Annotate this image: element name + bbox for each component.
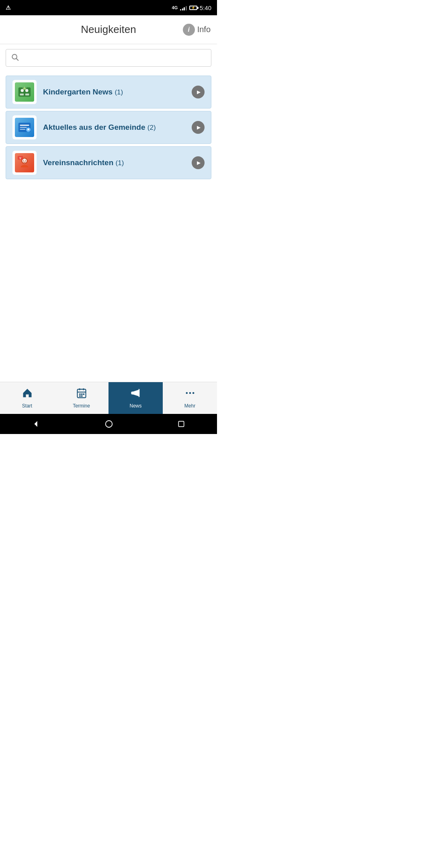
svg-rect-5 bbox=[20, 94, 24, 96]
system-navigation bbox=[0, 414, 217, 434]
item-arrow-vereins[interactable] bbox=[192, 156, 205, 169]
nav-label-start: Start bbox=[22, 403, 32, 409]
status-bar: ⚠ 4G ⚡ 5:40 bbox=[0, 0, 217, 15]
item-text-vereins: Vereinsnachrichten (1) bbox=[43, 158, 192, 167]
signal-bar-4 bbox=[186, 6, 187, 10]
more-icon bbox=[184, 387, 196, 401]
svg-rect-10 bbox=[20, 127, 27, 128]
page-title: Neuigkeiten bbox=[81, 23, 136, 36]
list-item-aktuelles[interactable]: Aktuelles aus der Gemeinde (2) bbox=[6, 111, 211, 144]
warning-icon: ⚠ bbox=[6, 4, 11, 11]
nav-item-mehr[interactable]: Mehr bbox=[163, 382, 217, 414]
svg-rect-9 bbox=[20, 125, 29, 126]
item-icon-kindergarten bbox=[12, 80, 37, 104]
battery-icon: ⚡ bbox=[189, 6, 197, 10]
item-title-kindergarten: Kindergarten News (1) bbox=[43, 88, 123, 96]
item-arrow-kindergarten[interactable] bbox=[192, 86, 205, 98]
back-button[interactable] bbox=[32, 420, 41, 428]
content-area: Kindergarten News (1) A bbox=[0, 72, 217, 382]
nav-item-news[interactable]: News bbox=[108, 382, 163, 414]
recents-button[interactable] bbox=[177, 420, 185, 428]
signal-bar-1 bbox=[180, 9, 181, 10]
svg-text:V: V bbox=[19, 157, 21, 160]
signal-bar-2 bbox=[182, 8, 183, 10]
svg-rect-11 bbox=[20, 129, 25, 130]
svg-rect-24 bbox=[79, 393, 81, 395]
svg-point-4 bbox=[25, 89, 29, 92]
svg-point-30 bbox=[186, 392, 188, 394]
calendar-icon bbox=[76, 387, 87, 401]
svg-rect-6 bbox=[25, 94, 29, 96]
search-input[interactable] bbox=[23, 54, 206, 61]
svg-point-31 bbox=[189, 392, 191, 394]
status-time: 5:40 bbox=[200, 4, 211, 11]
svg-rect-27 bbox=[79, 395, 81, 397]
network-label: 4G bbox=[172, 5, 178, 10]
nav-label-termine: Termine bbox=[73, 403, 90, 409]
nav-item-termine[interactable]: Termine bbox=[54, 382, 108, 414]
svg-point-32 bbox=[192, 392, 194, 394]
item-icon-vereins: V bbox=[12, 151, 37, 175]
svg-point-3 bbox=[21, 89, 24, 92]
svg-marker-33 bbox=[35, 421, 37, 427]
signal-bar-3 bbox=[184, 7, 185, 10]
aktuelles-icon bbox=[15, 118, 34, 137]
battery-bolt: ⚡ bbox=[191, 6, 195, 10]
svg-rect-35 bbox=[178, 421, 184, 426]
app-header: Neuigkeiten i Info bbox=[0, 15, 217, 44]
info-label: Info bbox=[197, 25, 211, 34]
nav-label-mehr: Mehr bbox=[184, 403, 195, 409]
vereins-icon: V bbox=[15, 153, 34, 172]
kindergarten-icon bbox=[15, 82, 34, 102]
signal-bars bbox=[180, 5, 187, 10]
item-count-vereins: (1) bbox=[116, 159, 124, 167]
svg-point-17 bbox=[25, 160, 26, 161]
search-bar[interactable] bbox=[6, 49, 211, 67]
info-icon: i bbox=[183, 24, 195, 36]
battery-body: ⚡ bbox=[189, 6, 197, 10]
svg-rect-28 bbox=[81, 395, 82, 397]
nav-label-news: News bbox=[129, 403, 141, 409]
item-text-aktuelles: Aktuelles aus der Gemeinde (2) bbox=[43, 123, 192, 132]
item-arrow-aktuelles[interactable] bbox=[192, 121, 205, 134]
svg-line-1 bbox=[16, 58, 18, 60]
item-text-kindergarten: Kindergarten News (1) bbox=[43, 88, 192, 96]
item-title-vereins: Vereinsnachrichten (1) bbox=[43, 158, 124, 167]
item-count-aktuelles: (2) bbox=[147, 124, 156, 131]
search-container bbox=[0, 44, 217, 72]
svg-point-16 bbox=[23, 160, 24, 161]
megaphone-icon bbox=[130, 387, 141, 401]
item-count-kindergarten: (1) bbox=[115, 88, 123, 96]
home-button[interactable] bbox=[104, 420, 113, 428]
home-icon bbox=[22, 387, 33, 401]
svg-rect-26 bbox=[83, 393, 84, 395]
info-button[interactable]: i Info bbox=[183, 24, 211, 36]
nav-item-start[interactable]: Start bbox=[0, 382, 54, 414]
bottom-navigation: Start Termine News bbox=[0, 382, 217, 414]
search-icon bbox=[11, 53, 19, 63]
item-icon-aktuelles bbox=[12, 115, 37, 139]
status-bar-left: ⚠ bbox=[6, 4, 11, 11]
item-title-aktuelles: Aktuelles aus der Gemeinde (2) bbox=[43, 123, 156, 131]
status-bar-right: 4G ⚡ 5:40 bbox=[172, 4, 211, 11]
svg-rect-25 bbox=[81, 393, 82, 395]
list-item-kindergarten[interactable]: Kindergarten News (1) bbox=[6, 76, 211, 108]
list-item-vereins[interactable]: V Vereinsnachrichten (1) bbox=[6, 146, 211, 179]
svg-point-34 bbox=[106, 421, 113, 428]
